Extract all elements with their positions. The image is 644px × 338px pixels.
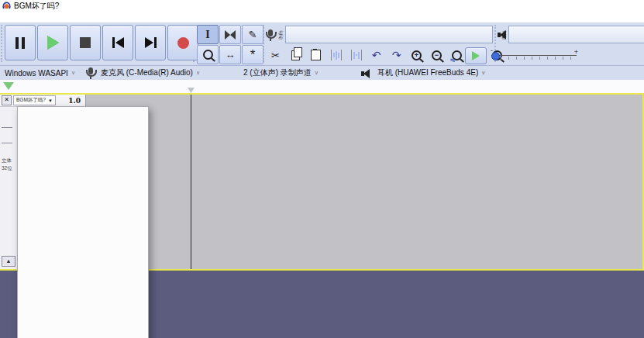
play-button[interactable]	[37, 25, 68, 60]
ibeam-icon: I	[205, 29, 209, 41]
chevron-down-icon: ∨	[315, 70, 319, 76]
playback-cursor-line	[191, 95, 191, 269]
toolbar-dock: I ✎ ↔ * 左 右 ✂ ↶ ↷	[0, 22, 644, 66]
track-name-label: BGM坏了吗?	[16, 97, 46, 104]
play-at-speed-toolbar: - +	[465, 47, 577, 64]
gain-slider-fragment	[2, 127, 12, 128]
chevron-down-icon: ∨	[196, 70, 200, 76]
track-info-fragment: 立体	[2, 157, 12, 164]
right-channel-label: 右	[278, 35, 283, 40]
left-right-arrow-icon: ↔	[226, 50, 236, 60]
paste-button[interactable]	[307, 47, 325, 64]
skip-end-icon	[145, 37, 157, 48]
collapse-track-button[interactable]: ▲	[2, 256, 15, 267]
play-at-speed-icon	[472, 51, 480, 60]
pause-button[interactable]	[5, 25, 36, 60]
zoom-in-icon: +	[412, 50, 422, 60]
transport-toolbar	[5, 25, 198, 60]
vertical-scale-top-label: 1.0	[68, 97, 81, 105]
recording-meter[interactable]: 左 右	[267, 25, 493, 44]
skip-to-end-button[interactable]	[135, 25, 166, 60]
speed-slider-plus-label: +	[574, 48, 578, 56]
stereo-waveform[interactable]	[85, 95, 644, 269]
microphone-icon	[88, 67, 93, 74]
envelope-tool-button[interactable]	[219, 25, 241, 44]
redo-icon: ↷	[392, 50, 401, 60]
recording-channels-select[interactable]: 2 (立体声) 录制声道∨	[243, 67, 356, 78]
audacity-window: BGM坏了吗? I ✎ ↔ * 左 右	[0, 0, 644, 338]
copy-icon	[291, 50, 300, 60]
paste-icon	[311, 50, 321, 60]
playback-device-select[interactable]: 耳机 (HUAWEI FreeBuds 4E)∨	[377, 67, 523, 78]
speed-slider-track	[491, 55, 577, 56]
record-meter-scale[interactable]	[285, 26, 493, 43]
recording-device-value: 麦克风 (C-Media(R) Audio)	[101, 67, 193, 78]
selection-tool-button[interactable]: I	[197, 25, 219, 44]
trim-audio-button[interactable]	[327, 47, 345, 64]
stop-button[interactable]	[70, 25, 101, 60]
fit-selection-button[interactable]: ↹	[448, 47, 466, 64]
record-icon	[177, 37, 189, 49]
scissors-icon: ✂	[271, 50, 280, 61]
copy-button[interactable]	[287, 47, 305, 64]
track-name-dropdown[interactable]: BGM坏了吗? ▼	[13, 95, 56, 105]
zoom-in-button[interactable]: +	[408, 47, 425, 64]
audacity-logo-icon	[2, 2, 11, 10]
close-track-button[interactable]: ✕	[2, 95, 12, 105]
redo-button[interactable]: ↷	[387, 47, 405, 64]
record-meter-channel-labels: 左 右	[278, 30, 283, 40]
skip-to-start-button[interactable]	[102, 25, 133, 60]
zoom-tool-button[interactable]	[197, 45, 219, 64]
magnifier-icon	[203, 50, 213, 60]
trim-audio-icon	[331, 50, 342, 60]
pause-icon	[15, 37, 25, 49]
window-title: BGM坏了吗?	[14, 1, 59, 12]
device-toolbar: Windows WASAPI∨ 麦克风 (C-Media(R) Audio)∨ …	[0, 66, 644, 81]
recording-device-select[interactable]: 麦克风 (C-Media(R) Audio)∨	[101, 67, 239, 78]
play-at-speed-button[interactable]	[465, 47, 487, 64]
skip-start-icon	[112, 37, 124, 48]
audio-host-select[interactable]: Windows WASAPI∨	[5, 67, 82, 78]
cut-button[interactable]: ✂	[267, 47, 284, 64]
undo-button[interactable]: ↶	[367, 47, 385, 64]
playback-meter[interactable]: 左 右	[498, 25, 644, 44]
timeline-pin-icon[interactable]	[3, 82, 14, 90]
draw-tool-button[interactable]: ✎	[242, 25, 263, 44]
time-shift-tool-button[interactable]: ↔	[219, 45, 241, 64]
tools-toolbar: I ✎ ↔ *	[197, 25, 263, 64]
play-icon	[47, 36, 59, 50]
zoom-out-button[interactable]: −	[428, 47, 446, 64]
record-button[interactable]	[167, 25, 198, 60]
chevron-down-icon: ∨	[71, 70, 75, 76]
track-context-menu	[17, 106, 149, 338]
multi-tool-button[interactable]: *	[242, 45, 263, 64]
playback-device-value: 耳机 (HUAWEI FreeBuds 4E)	[377, 67, 478, 78]
chevron-down-icon: ∨	[481, 70, 485, 76]
zoom-out-icon: −	[432, 50, 442, 60]
recording-channels-value: 2 (立体声) 录制声道	[243, 67, 312, 78]
pencil-icon: ✎	[249, 29, 257, 40]
undo-icon: ↶	[372, 50, 381, 60]
pan-slider-fragment	[2, 143, 12, 143]
speaker-icon	[361, 68, 371, 78]
envelope-icon	[225, 30, 236, 40]
timeline-ruler[interactable]	[0, 80, 644, 94]
playback-meter-scale[interactable]	[508, 26, 644, 43]
stop-icon	[80, 37, 91, 48]
speed-slider-ticks	[493, 57, 575, 60]
chevron-down-icon: ▼	[48, 98, 53, 103]
silence-audio-button[interactable]	[347, 47, 365, 64]
menu-bar	[0, 12, 644, 22]
speed-slider-thumb[interactable]	[491, 52, 500, 60]
playhead-grip[interactable]	[188, 88, 195, 93]
speed-slider[interactable]: - +	[491, 49, 577, 63]
track-header: ✕ BGM坏了吗? ▼ 1.0	[0, 95, 85, 107]
fit-selection-icon: ↹	[452, 50, 462, 60]
audio-host-value: Windows WASAPI	[5, 69, 68, 78]
asterisk-icon: *	[250, 51, 256, 59]
silence-audio-icon	[351, 50, 362, 60]
title-bar: BGM坏了吗?	[0, 0, 644, 12]
track-info-fragment: 32位	[2, 165, 12, 172]
microphone-icon	[268, 29, 273, 36]
